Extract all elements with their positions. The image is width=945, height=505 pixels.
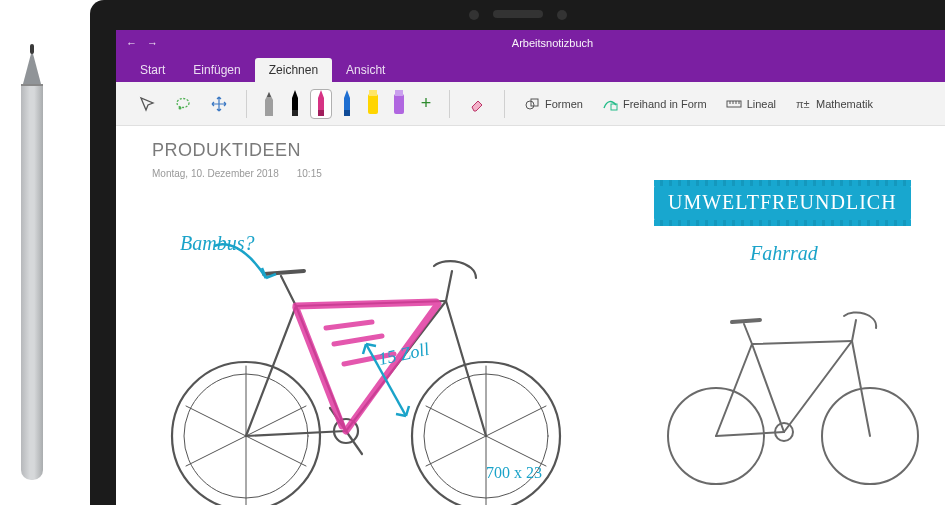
annotation-headline: UMWELTFREUNDLICH — [654, 184, 911, 222]
tablet-device: ← → Arbeitsnotizbuch Start Einfügen Zeic… — [90, 0, 945, 505]
pen-body — [21, 84, 43, 480]
math-button[interactable]: π± Mathematik — [788, 91, 879, 117]
svg-line-34 — [426, 406, 486, 436]
highlighter-purple[interactable] — [389, 90, 409, 118]
svg-line-33 — [426, 436, 486, 466]
pan-button[interactable] — [204, 91, 234, 117]
lasso-select-button[interactable] — [168, 91, 198, 117]
svg-line-30 — [486, 406, 546, 436]
shapes-button[interactable]: Formen — [517, 91, 589, 117]
page-meta: Montag, 10. Dezember 2018 10:15 — [152, 168, 322, 179]
math-icon: π± — [794, 95, 812, 113]
pen-black[interactable] — [285, 90, 305, 118]
note-canvas[interactable]: PRODUKTIDEEN Montag, 10. Dezember 2018 1… — [116, 126, 945, 505]
svg-rect-15 — [531, 99, 538, 106]
draw-toolbar: + Formen — [116, 82, 945, 126]
ink-to-shape-button[interactable]: Freihand in Form — [595, 91, 713, 117]
title-bar: ← → Arbeitsnotizbuch — [116, 30, 945, 56]
pen-nib — [30, 44, 34, 54]
app-window: ← → Arbeitsnotizbuch Start Einfügen Zeic… — [116, 30, 945, 505]
sketch-bike-main — [146, 216, 586, 505]
pan-icon — [210, 95, 228, 113]
annotation-tire: 700 x 23 — [486, 464, 542, 482]
lasso-select-icon — [174, 95, 192, 113]
svg-rect-7 — [318, 110, 324, 116]
shapes-icon — [523, 95, 541, 113]
svg-line-31 — [486, 436, 546, 466]
text-select-icon — [138, 95, 156, 113]
svg-marker-3 — [267, 92, 271, 97]
pen-gallery: + — [253, 90, 443, 118]
page-title[interactable]: PRODUKTIDEEN — [152, 140, 301, 161]
svg-point-0 — [177, 98, 189, 107]
ink-to-shape-icon — [601, 95, 619, 113]
text-select-button[interactable] — [132, 91, 162, 117]
nav-arrows: ← → — [126, 37, 158, 49]
pen-tip — [23, 50, 41, 84]
svg-rect-12 — [394, 94, 404, 114]
page-date: Montag, 10. Dezember 2018 — [152, 168, 279, 179]
add-pen-button[interactable]: + — [415, 93, 437, 115]
window-title: Arbeitsnotizbuch — [170, 37, 935, 49]
svg-rect-5 — [292, 110, 298, 116]
highlighter-yellow[interactable] — [363, 90, 383, 118]
svg-point-14 — [526, 101, 534, 109]
tab-start[interactable]: Start — [126, 58, 179, 82]
back-button[interactable]: ← — [126, 37, 137, 49]
pen-blue[interactable] — [337, 90, 357, 118]
tab-zeichnen[interactable]: Zeichnen — [255, 58, 332, 82]
surface-pen — [14, 50, 50, 480]
forward-button[interactable]: → — [147, 37, 158, 49]
eraser-button[interactable] — [462, 91, 492, 117]
svg-rect-13 — [395, 90, 403, 96]
ruler-label: Lineal — [747, 98, 776, 110]
ruler-icon — [725, 95, 743, 113]
svg-line-27 — [186, 436, 246, 466]
sketch-bike-small — [656, 286, 936, 500]
eraser-icon — [468, 95, 486, 113]
pen-magenta[interactable] — [311, 90, 331, 118]
page-time: 10:15 — [297, 168, 322, 179]
svg-text:π±: π± — [796, 98, 810, 110]
svg-rect-10 — [368, 94, 378, 114]
ribbon-tabs: Start Einfügen Zeichnen Ansicht — [116, 56, 945, 82]
tab-ansicht[interactable]: Ansicht — [332, 58, 399, 82]
svg-rect-11 — [369, 90, 377, 96]
svg-point-1 — [179, 106, 182, 109]
math-label: Mathematik — [816, 98, 873, 110]
shapes-label: Formen — [545, 98, 583, 110]
annotation-bambus: Bambus? — [180, 232, 254, 255]
ink-to-shape-label: Freihand in Form — [623, 98, 707, 110]
svg-line-28 — [186, 406, 246, 436]
pen-pencil-gray[interactable] — [259, 90, 279, 118]
svg-rect-9 — [344, 110, 350, 116]
camera-bar — [90, 10, 945, 20]
tab-einfuegen[interactable]: Einfügen — [179, 58, 254, 82]
svg-line-25 — [246, 436, 306, 466]
ruler-button[interactable]: Lineal — [719, 91, 782, 117]
annotation-fahrrad: Fahrrad — [750, 242, 818, 265]
